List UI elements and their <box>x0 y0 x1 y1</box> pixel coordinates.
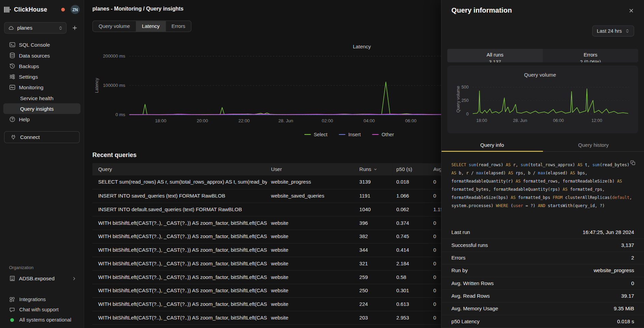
sidebar-item-sql-console[interactable]: SQL Console <box>3 40 80 50</box>
panel-title: Query information <box>451 6 512 15</box>
time-range-selector[interactable]: Last 24 hrs <box>592 26 634 37</box>
terminal-icon <box>9 42 16 48</box>
plus-icon <box>72 25 78 31</box>
svg-text:02:00: 02:00 <box>322 118 333 123</box>
time-range-row: Last 24 hrs <box>441 26 644 37</box>
col-runs[interactable]: Runs <box>355 163 392 175</box>
svg-text:Latency: Latency <box>353 44 371 49</box>
runs-errors-tabs: All runs 3,137 Errors 2 (0.06%) <box>447 49 638 62</box>
integrations-icon <box>9 296 16 302</box>
sidebar-item-backups[interactable]: Backups <box>3 61 80 71</box>
cell-user <box>267 203 355 216</box>
detail-value: 0 <box>631 280 634 286</box>
detail-row: Avg. Read Rows39.17 <box>441 290 644 302</box>
legend-other[interactable]: Other <box>372 131 394 137</box>
svg-text:20:00: 20:00 <box>197 118 208 123</box>
cell-runs: 3139 <box>355 175 392 189</box>
col-p50[interactable]: p50 (s) <box>392 163 429 175</box>
svg-text:Latency: Latency <box>94 78 99 93</box>
col-query[interactable]: Query <box>92 163 267 175</box>
svg-text:04:00: 04:00 <box>363 118 375 123</box>
cell-runs: 259 <box>355 270 392 284</box>
sql-query-text: SELECT sum(read_rows) AS r, sum(total_ro… <box>451 161 634 210</box>
cell-query: WITH bitShiftLeft(CAST(?..), _CAST(?..))… <box>92 284 267 297</box>
tab-errors[interactable]: Errors <box>165 21 191 31</box>
cell-query: INSERT INTO saved_queries (text) FORMAT … <box>92 189 267 203</box>
cell-user: website_saved_queries <box>267 189 355 203</box>
detail-row: Successful runs3,137 <box>441 239 644 252</box>
detail-label: Run by <box>451 268 468 274</box>
backup-clock-icon <box>9 63 16 69</box>
notification-dot[interactable] <box>61 7 65 11</box>
svg-text:18:00: 18:00 <box>476 118 487 123</box>
legend-label: Other <box>381 131 394 137</box>
system-status[interactable]: All systems operational <box>3 315 80 325</box>
cell-query: WITH bitShiftLeft(CAST(?..), _CAST(?..))… <box>92 257 267 270</box>
legend-select[interactable]: Select <box>304 131 327 137</box>
detail-row: Errors2 <box>441 252 644 264</box>
sidebar-item-monitoring[interactable]: Monitoring <box>3 82 80 93</box>
legend-label: Select <box>314 131 327 137</box>
sidebar-item-label: Monitoring <box>19 84 43 90</box>
cell-user: website <box>267 230 355 243</box>
close-button[interactable] <box>628 8 634 14</box>
sidebar-item-integrations[interactable]: Integrations <box>3 294 80 304</box>
database-icon <box>9 52 16 59</box>
copy-button[interactable] <box>630 160 636 166</box>
cell-p50: 0.58 <box>392 270 429 284</box>
cloud-icon <box>8 25 14 31</box>
svg-text:22:00: 22:00 <box>238 118 250 123</box>
stat-all-runs[interactable]: All runs 3,137 <box>447 49 543 62</box>
col-user[interactable]: User <box>267 163 355 175</box>
stat-label: Errors <box>584 52 597 58</box>
sidebar-item-query-insights[interactable]: Query insights <box>3 103 80 114</box>
tab-latency[interactable]: Latency <box>136 21 165 31</box>
svg-text:28. Jun: 28. Jun <box>513 118 527 123</box>
cell-user: website <box>267 311 355 324</box>
cell-query: WITH bitShiftLeft(CAST(?..), _CAST(?..))… <box>92 270 267 284</box>
legend-swatch-other <box>372 134 379 135</box>
tab-query-volume[interactable]: Query volume <box>93 21 136 31</box>
sidebar-item-label: SQL Console <box>19 42 50 48</box>
sidebar-item-settings[interactable]: Settings <box>3 71 80 82</box>
cell-user: website <box>267 243 355 257</box>
cell-query: INSERT INTO default.saved_queries (text)… <box>92 203 267 216</box>
stat-errors[interactable]: Errors 2 (0.06%) <box>543 49 638 62</box>
sort-desc-icon <box>373 167 377 171</box>
tab-query-history[interactable]: Query history <box>543 139 644 151</box>
cell-p50: 2.184 <box>392 257 429 270</box>
svg-text:100000 ms: 100000 ms <box>103 83 125 88</box>
sidebar-item-service-health[interactable]: Service health <box>3 93 80 103</box>
brand-name: ClickHouse <box>14 6 47 13</box>
legend-insert[interactable]: Insert <box>339 131 361 137</box>
user-avatar[interactable]: ZN <box>71 5 80 14</box>
organization-selector[interactable]: ADSB.exposed <box>3 273 80 284</box>
service-selector[interactable]: planes <box>4 22 66 34</box>
sidebar-footer: Integrations Chat with support All syste… <box>0 294 84 325</box>
sidebar-item-chat-support[interactable]: Chat with support <box>3 304 80 314</box>
cell-user: website <box>267 216 355 230</box>
cell-runs: 203 <box>355 311 392 324</box>
cell-runs: 1191 <box>355 189 392 203</box>
detail-label: Avg. Written Rows <box>451 280 494 286</box>
sidebar-item-data-sources[interactable]: Data sources <box>3 50 80 61</box>
query-details-list: Last run16:47:25, Jun 28 2024Successful … <box>441 226 644 328</box>
legend-swatch-select <box>304 134 311 135</box>
detail-value: 2 <box>631 255 634 261</box>
copy-icon <box>630 160 636 166</box>
status-label: All systems operational <box>19 317 71 323</box>
add-service-button[interactable] <box>70 23 80 33</box>
chat-icon <box>9 307 16 313</box>
cell-p50: 0.374 <box>392 216 429 230</box>
connect-button[interactable]: Connect <box>4 131 80 143</box>
cell-runs: 224 <box>355 297 392 311</box>
sidebar-item-label: Help <box>19 116 30 122</box>
organization-name: ADSB.exposed <box>19 275 55 281</box>
sidebar-item-help[interactable]: Help <box>3 114 80 125</box>
svg-text:12:00: 12:00 <box>591 118 602 123</box>
svg-text:500: 500 <box>461 85 468 90</box>
tab-query-info[interactable]: Query info <box>441 139 543 151</box>
status-dot-icon <box>10 318 14 322</box>
building-icon <box>9 275 16 282</box>
sql-line: SELECT sum(read_rows) AS r, sum(total_ro… <box>451 161 634 169</box>
